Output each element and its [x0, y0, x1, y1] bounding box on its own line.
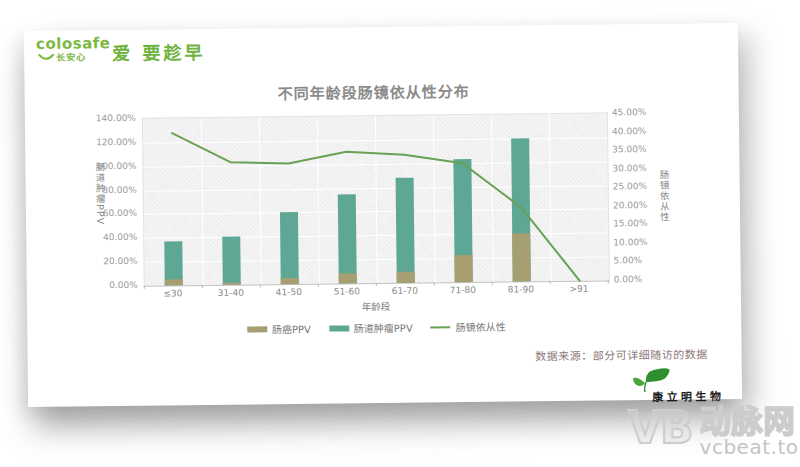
smile-arc-icon — [38, 53, 54, 61]
legend-swatch-line — [431, 326, 451, 328]
legend-item: 肠镜依从性 — [431, 319, 506, 335]
x-tick-mark — [318, 284, 319, 287]
company-logo: 康立明生物 — [626, 367, 746, 400]
x-tick-label: >91 — [550, 283, 608, 294]
x-tick-label: 51-60 — [318, 286, 376, 297]
brand-slogan: 爱 要趁早 — [112, 38, 206, 65]
compliance-line-chart — [143, 113, 609, 285]
legend-swatch-bar — [329, 325, 349, 331]
y-left-tick: 0.00% — [93, 280, 138, 291]
x-tick-label: ≤30 — [144, 288, 202, 299]
x-tick-label: 71-80 — [434, 285, 492, 296]
y-right-tick: 20.00% — [613, 200, 647, 210]
y-left-tick: 40.00% — [92, 232, 137, 243]
data-source-note: 数据来源：部分可详细随访的数据 — [448, 345, 708, 364]
y-left-tick: 20.00% — [92, 256, 137, 267]
x-tick-label: 81-90 — [492, 284, 550, 295]
compliance-line — [172, 129, 580, 286]
chart-legend: 肠癌PPV肠道肿瘤PPV肠镜依从性 — [144, 317, 608, 337]
x-tick-mark — [376, 283, 377, 286]
y-right-tick: 0.00% — [614, 274, 643, 284]
y-left-tick: 100.00% — [91, 160, 136, 171]
chart-plot-area — [142, 112, 610, 286]
x-tick-mark — [550, 281, 551, 284]
y-right-tick: 40.00% — [612, 126, 646, 136]
x-tick-label: 61-70 — [376, 285, 434, 296]
y-right-tick: 25.00% — [613, 181, 647, 191]
y-right-tick: 45.00% — [612, 107, 646, 117]
y-right-tick: 15.00% — [613, 218, 647, 228]
watermark-site: vcbeat.top — [700, 437, 800, 458]
legend-swatch-bar — [247, 326, 267, 332]
x-tick-mark — [608, 280, 609, 283]
y-right-tick: 10.00% — [613, 237, 647, 247]
watermark-name: 动脉网 — [700, 406, 800, 437]
vcbeat-watermark: VB 动脉网 vcbeat.top — [628, 406, 800, 458]
report-card: colosafe 长安心 爱 要趁早 不同年龄段肠镜依从性分布 肠道肿瘤PPV … — [24, 23, 742, 407]
x-tick-mark — [144, 286, 145, 289]
right-axis-title: 肠镜依从性 — [657, 170, 672, 223]
y-right-tick: 5.00% — [613, 256, 642, 266]
x-tick-mark — [492, 282, 493, 285]
x-tick-mark — [434, 282, 435, 285]
x-axis-tick-marks — [24, 23, 738, 31]
x-tick-mark — [260, 284, 261, 287]
legend-label: 肠道肿瘤PPV — [354, 320, 413, 336]
y-left-tick: 80.00% — [92, 184, 137, 195]
legend-label: 肠镜依从性 — [456, 319, 506, 335]
x-tick-label: 31-40 — [202, 287, 260, 298]
chart-title: 不同年龄段肠镜依从性分布 — [141, 78, 605, 104]
y-right-tick: 30.00% — [612, 163, 646, 173]
left-axis-ticks — [24, 23, 738, 31]
legend-item: 肠癌PPV — [247, 321, 311, 337]
x-tick-mark — [202, 285, 203, 288]
legend-label: 肠癌PPV — [272, 321, 311, 336]
logo-subtitle: 长安心 — [56, 50, 86, 63]
y-left-tick: 60.00% — [92, 208, 137, 219]
right-axis-ticks — [24, 23, 738, 31]
y-left-tick: 140.00% — [91, 113, 136, 124]
y-left-tick: 120.00% — [91, 137, 136, 148]
legend-item: 肠道肿瘤PPV — [329, 320, 413, 336]
x-tick-label: 41-50 — [260, 287, 318, 298]
y-right-tick: 35.00% — [612, 144, 646, 154]
vb-monogram-icon: VB — [628, 406, 692, 450]
